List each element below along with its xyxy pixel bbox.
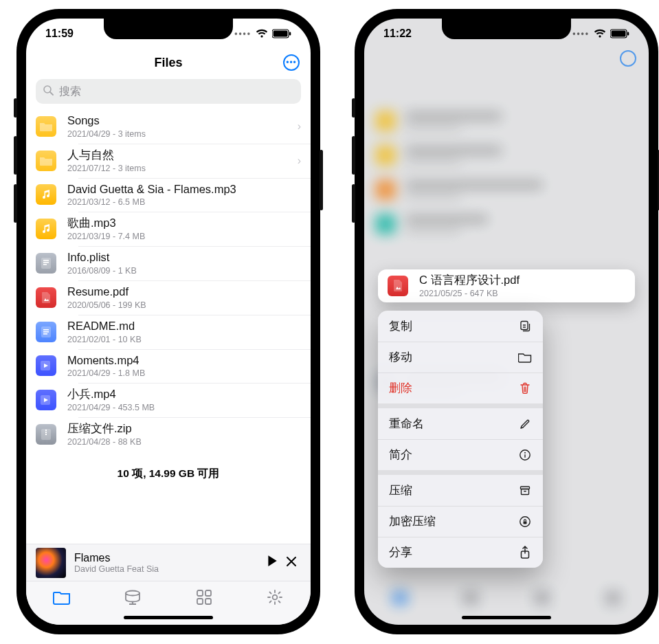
file-row[interactable]: README.md2021/02/01 - 10 KB [26,315,311,349]
now-playing-artist: David Guetta Feat Sia [74,564,263,574]
svg-point-19 [126,591,139,596]
share-icon [518,546,532,559]
context-menu-item[interactable]: 重命名 [378,408,543,439]
file-row[interactable]: 人与自然2021/07/12 - 3 items› [26,144,311,178]
context-menu-label: 复制 [389,319,412,334]
svg-rect-11 [43,331,49,333]
tab-servers[interactable] [124,588,142,606]
svg-rect-8 [43,264,47,265]
now-playing-bar[interactable]: Flames David Guetta Feat Sia [26,544,311,581]
context-menu-label: 加密压缩 [389,514,436,529]
file-name: David Guetta & Sia - Flames.mp3 [67,183,301,197]
home-indicator[interactable] [462,616,551,619]
context-menu: 复制移动删除重命名简介压缩加密压缩分享 [378,311,543,568]
svg-point-32 [524,452,526,454]
file-meta: 2021/04/29 - 3 items [67,129,293,139]
play-button[interactable] [263,555,282,570]
home-indicator[interactable] [124,616,213,619]
svg-rect-6 [43,260,49,261]
search-input[interactable]: 搜索 [36,79,301,104]
context-menu-item[interactable]: 压缩 [378,475,543,506]
svg-rect-24 [197,599,203,604]
info-icon [518,448,532,462]
file-icon-mp4 [36,355,56,376]
context-menu-item[interactable]: 简介 [378,439,543,470]
file-row[interactable]: Songs2021/04/29 - 3 items› [26,109,311,144]
file-row[interactable]: Moments.mp42021/04/29 - 1.8 MB [26,349,311,384]
context-menu-label: 简介 [389,447,412,463]
svg-rect-38 [524,522,527,524]
battery-icon [610,29,629,38]
file-row[interactable]: 小兵.mp42021/04/29 - 453.5 MB [26,383,311,417]
context-menu-separator [378,403,543,408]
wifi-icon [594,29,606,38]
status-time: 11:22 [383,27,412,40]
file-meta: 2020/05/06 - 199 KB [67,300,301,310]
status-time: 11:59 [45,27,74,40]
file-icon-mp3 [36,184,56,205]
page-title: Files [154,56,182,70]
file-name: Info.plist [67,251,301,265]
cell-signal-icon: •••• [234,29,252,38]
battery-icon [272,29,291,38]
context-menu-item[interactable]: 复制 [378,311,543,342]
svg-rect-33 [524,454,525,458]
svg-rect-16 [45,430,47,431]
file-row[interactable]: 歌曲.mp32021/03/19 - 7.4 MB [26,212,311,246]
tab-files[interactable] [53,588,71,606]
file-name: 压缩文件.zip [67,422,301,436]
file-meta: 2021/04/28 - 88 KB [67,437,301,447]
context-menu-label: 重命名 [389,417,424,432]
svg-rect-7 [43,262,49,263]
chevron-right-icon: › [293,155,301,167]
context-menu-item[interactable]: 删除 [378,373,543,403]
file-icon-pdf [36,287,56,308]
file-icon-zip [36,424,56,445]
copy-icon [518,320,532,333]
svg-rect-17 [45,432,47,433]
folder-icon [518,351,532,364]
file-row[interactable]: Info.plist2016/08/09 - 1 KB [26,246,311,280]
svg-rect-36 [524,491,526,491]
file-name: README.md [67,320,301,333]
more-button[interactable]: ••• [283,54,300,71]
file-name: 人与自然 [67,148,293,162]
file-list: Songs2021/04/29 - 3 items›人与自然2021/07/12… [26,109,311,452]
file-meta: 2021/04/29 - 453.5 MB [67,403,301,412]
file-row[interactable]: 压缩文件.zip2021/04/28 - 88 KB [26,417,311,452]
context-menu-item[interactable]: 加密压缩 [378,506,543,537]
locked-archive-icon [518,515,532,529]
file-row[interactable]: Resume.pdf2020/05/06 - 199 KB [26,280,311,315]
file-meta: 2021/04/29 - 1.8 MB [67,368,301,378]
screen: 11:22 •••• C 语言程序设计.pdf 2021/ [364,19,649,625]
storage-summary: 10 项, 14.99 GB 可用 [26,467,311,481]
close-button[interactable] [282,555,301,570]
context-menu-item[interactable]: 分享 [378,537,543,568]
context-menu-item[interactable]: 移动 [378,342,543,373]
notch [442,19,571,39]
file-name: Resume.pdf [67,285,301,299]
file-row[interactable]: David Guetta & Sia - Flames.mp32021/03/1… [26,178,311,212]
svg-rect-22 [197,590,203,596]
svg-rect-2 [289,32,291,36]
svg-line-4 [50,92,53,95]
trash-icon [518,381,532,395]
svg-rect-23 [205,590,211,596]
svg-rect-12 [43,333,47,335]
file-meta: 2021/03/19 - 7.4 MB [67,232,301,241]
album-art [36,548,66,578]
cell-signal-icon: •••• [572,29,590,38]
tab-apps[interactable] [195,588,213,606]
svg-rect-25 [205,599,211,604]
search-placeholder: 搜索 [59,85,81,99]
context-menu-label: 分享 [389,545,412,560]
tab-settings[interactable] [266,588,284,606]
notch [104,19,233,39]
file-meta: 2021/03/12 - 6.5 MB [67,197,301,207]
nav-header: Files ••• [26,49,311,76]
file-icon-folder [36,151,56,171]
context-menu-label: 压缩 [389,483,412,498]
file-icon-txt [36,253,56,274]
phone-device-right: 11:22 •••• C 语言程序设计.pdf 2021/ [355,9,658,634]
now-playing-title: Flames [74,552,263,564]
